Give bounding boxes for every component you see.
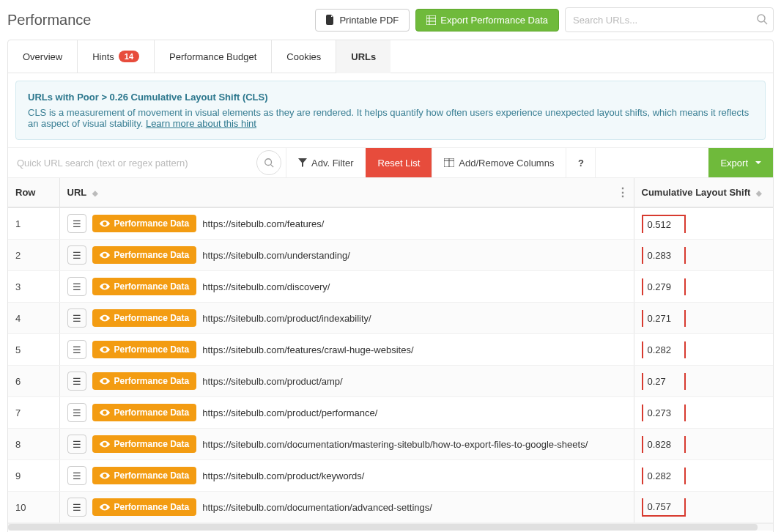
filter-icon — [298, 158, 307, 167]
row-menu-button[interactable]: ☰ — [67, 277, 86, 296]
th-url[interactable]: URL ◆ ⋮ — [59, 178, 634, 207]
cls-value: 0.757 — [642, 498, 686, 517]
performance-data-button[interactable]: Performance Data — [92, 435, 197, 453]
performance-data-button[interactable]: Performance Data — [92, 341, 197, 358]
row-menu-button[interactable]: ☰ — [67, 435, 86, 454]
row-menu-button[interactable]: ☰ — [67, 309, 86, 328]
svg-line-5 — [764, 21, 767, 24]
export-button[interactable]: Export — [708, 148, 773, 177]
horizontal-scrollbar[interactable] — [8, 523, 773, 531]
hint-learn-more-link[interactable]: Learn more about this hint — [146, 118, 256, 129]
eye-icon — [100, 502, 110, 512]
tab-overview[interactable]: Overview — [8, 40, 78, 73]
row-menu-button[interactable]: ☰ — [67, 466, 86, 485]
url-text[interactable]: https://sitebulb.com/product/keywords/ — [202, 470, 364, 481]
tab-hints[interactable]: Hints14 — [78, 40, 155, 73]
cls-value: 0.27 — [642, 373, 686, 390]
hint-box: URLs with Poor > 0.26 Cumulative Layout … — [15, 81, 766, 140]
row-number: 2 — [8, 240, 59, 271]
cls-value: 0.283 — [642, 247, 686, 264]
url-text[interactable]: https://sitebulb.com/product/indexabilit… — [202, 313, 371, 324]
row-menu-button[interactable]: ☰ — [67, 245, 86, 265]
th-row[interactable]: Row — [8, 178, 59, 207]
svg-line-7 — [271, 165, 274, 168]
row-number: 7 — [8, 397, 59, 429]
search-urls-input[interactable] — [565, 7, 774, 32]
performance-data-button[interactable]: Performance Data — [92, 309, 197, 327]
quick-search-submit-icon[interactable] — [256, 150, 281, 175]
performance-data-button[interactable]: Performance Data — [92, 372, 197, 390]
toolbar: Adv. Filter Reset List Add/Remove Column… — [8, 147, 773, 178]
row-menu-button[interactable]: ☰ — [67, 403, 86, 422]
adv-filter-button[interactable]: Adv. Filter — [286, 148, 366, 177]
tab-cookies[interactable]: Cookies — [272, 40, 336, 73]
url-text[interactable]: https://sitebulb.com/product/amp/ — [202, 376, 342, 387]
columns-icon — [444, 158, 454, 167]
th-cls[interactable]: Cumulative Layout Shift ◆ — [634, 178, 773, 207]
sort-icon: ◆ — [756, 189, 762, 197]
tabs: OverviewHints14Performance BudgetCookies… — [8, 40, 773, 73]
reset-list-button[interactable]: Reset List — [366, 148, 432, 177]
eye-icon — [100, 376, 110, 386]
row-menu-button[interactable]: ☰ — [67, 498, 86, 517]
row-number: 1 — [8, 207, 59, 240]
row-number: 8 — [8, 429, 59, 460]
export-performance-label: Export Performance Data — [440, 15, 548, 26]
eye-icon — [100, 470, 110, 481]
eye-icon — [100, 250, 110, 260]
url-text[interactable]: https://sitebulb.com/features/ — [202, 218, 324, 229]
performance-data-button[interactable]: Performance Data — [92, 404, 197, 421]
url-text[interactable]: https://sitebulb.com/product/performance… — [202, 407, 377, 418]
svg-point-4 — [758, 15, 765, 22]
row-menu-button[interactable]: ☰ — [67, 372, 86, 391]
url-text[interactable]: https://sitebulb.com/discovery/ — [202, 281, 330, 292]
export-performance-data-button[interactable]: Export Performance Data — [415, 9, 559, 32]
printable-pdf-label: Printable PDF — [339, 15, 399, 26]
url-text[interactable]: https://sitebulb.com/features/crawl-huge… — [202, 344, 413, 355]
svg-rect-0 — [426, 15, 436, 25]
eye-icon — [100, 439, 110, 449]
row-number: 4 — [8, 303, 59, 334]
quick-url-search-input[interactable] — [8, 148, 286, 177]
url-text[interactable]: https://sitebulb.com/documentation/maste… — [202, 439, 588, 450]
add-remove-columns-button[interactable]: Add/Remove Columns — [432, 148, 566, 177]
row-menu-button[interactable]: ☰ — [67, 340, 86, 359]
cls-value: 0.828 — [642, 436, 686, 453]
table-row: 8☰Performance Datahttps://sitebulb.com/d… — [8, 429, 773, 460]
table-row: 4☰Performance Datahttps://sitebulb.com/p… — [8, 303, 773, 334]
file-pdf-icon — [326, 15, 335, 25]
table-row: 5☰Performance Datahttps://sitebulb.com/f… — [8, 334, 773, 366]
row-number: 10 — [8, 492, 59, 523]
url-text[interactable]: https://sitebulb.com/documentation/advan… — [202, 502, 432, 513]
performance-data-button[interactable]: Performance Data — [92, 467, 197, 484]
performance-data-button[interactable]: Performance Data — [92, 498, 197, 516]
table-row: 10☰Performance Datahttps://sitebulb.com/… — [8, 492, 773, 523]
cls-value: 0.279 — [642, 278, 686, 295]
url-text[interactable]: https://sitebulb.com/understanding/ — [202, 250, 350, 261]
url-table: Row URL ◆ ⋮ Cumulative Layout Shift ◆ 1☰… — [8, 178, 773, 523]
help-button[interactable]: ? — [566, 148, 595, 177]
tab-urls[interactable]: URLs — [336, 40, 390, 73]
cls-value: 0.271 — [642, 310, 686, 327]
performance-data-button[interactable]: Performance Data — [92, 278, 197, 295]
row-number: 6 — [8, 366, 59, 397]
eye-icon — [100, 344, 110, 355]
table-row: 9☰Performance Datahttps://sitebulb.com/p… — [8, 460, 773, 492]
table-row: 7☰Performance Datahttps://sitebulb.com/p… — [8, 397, 773, 429]
eye-icon — [100, 407, 110, 418]
eye-icon — [100, 313, 110, 323]
cls-value: 0.282 — [642, 468, 686, 484]
search-icon[interactable] — [756, 13, 768, 25]
row-number: 3 — [8, 271, 59, 303]
hint-body: CLS is a measurement of movement in visu… — [28, 107, 753, 129]
row-menu-button[interactable]: ☰ — [67, 214, 86, 233]
printable-pdf-button[interactable]: Printable PDF — [315, 9, 410, 32]
tab-budget[interactable]: Performance Budget — [155, 40, 272, 73]
column-menu-icon[interactable]: ⋮ — [617, 185, 628, 199]
spreadsheet-icon — [426, 15, 436, 25]
performance-data-button[interactable]: Performance Data — [92, 215, 197, 232]
row-number: 5 — [8, 334, 59, 366]
table-row: 6☰Performance Datahttps://sitebulb.com/p… — [8, 366, 773, 397]
performance-data-button[interactable]: Performance Data — [92, 246, 197, 264]
row-number: 9 — [8, 460, 59, 492]
